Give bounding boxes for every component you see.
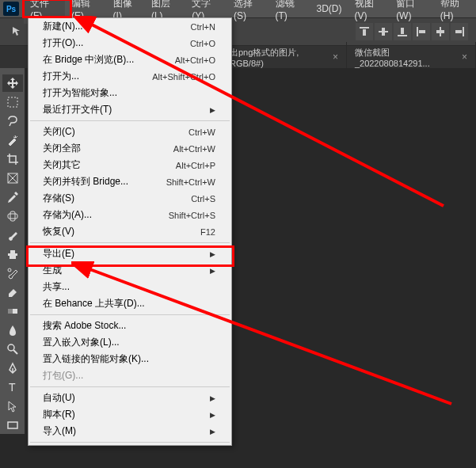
move-tool[interactable] <box>2 74 23 92</box>
shortcut-label: Shift+Ctrl+W <box>166 177 215 187</box>
healing-tool[interactable] <box>2 207 23 225</box>
magic-wand-tool[interactable] <box>2 131 23 149</box>
menu-item-label: 最近打开文件(T) <box>43 103 112 116</box>
menu-item[interactable]: 打开(O)...Ctrl+O <box>29 35 231 51</box>
svg-point-16 <box>8 268 11 272</box>
svg-rect-10 <box>463 27 464 36</box>
menu-item-label: 关闭其它 <box>43 158 81 172</box>
marquee-tool[interactable] <box>2 93 23 111</box>
menu-item[interactable]: 生成▶ <box>29 262 231 279</box>
menu-item-label: 新建(N)... <box>43 20 83 33</box>
brush-tool[interactable] <box>2 226 23 244</box>
path-select-tool[interactable] <box>2 398 23 415</box>
shortcut-label: Ctrl+N <box>191 22 215 32</box>
menu-item[interactable]: 打开为...Alt+Shift+Ctrl+O <box>29 68 231 85</box>
menu-item[interactable]: 存储为(A)...Shift+Ctrl+S <box>29 207 231 223</box>
menu-item-label: 打开为... <box>43 70 79 83</box>
align-bottom-icon[interactable] <box>394 23 411 40</box>
frame-tool[interactable] <box>2 169 23 187</box>
history-brush-tool[interactable] <box>2 264 23 282</box>
svg-rect-15 <box>10 211 15 221</box>
eraser-tool[interactable] <box>2 283 23 301</box>
menu-item[interactable]: 脚本(R)▶ <box>29 406 231 423</box>
gradient-tool[interactable] <box>2 302 23 320</box>
menu-item-label: 关闭并转到 Bridge... <box>43 175 128 188</box>
tab-label: 微信截图_2022080814291... <box>355 47 457 68</box>
menu-选择(S)[interactable]: 选择(S) <box>227 0 269 24</box>
menu-item-label: 导出(E) <box>43 247 74 261</box>
svg-rect-3 <box>382 28 385 36</box>
submenu-arrow-icon: ▶ <box>210 250 215 258</box>
move-tool-icon <box>8 22 27 41</box>
menu-item[interactable]: 关闭并转到 Bridge...Shift+Ctrl+W <box>29 173 231 190</box>
align-right-icon[interactable] <box>451 23 468 40</box>
menu-item-label: 打开为智能对象... <box>43 86 117 100</box>
close-icon[interactable]: × <box>333 51 338 63</box>
eyedropper-tool[interactable] <box>2 188 23 206</box>
menu-item[interactable]: 新建(N)...Ctrl+N <box>29 18 231 35</box>
menu-item[interactable]: 关闭(C)Ctrl+W <box>29 124 231 140</box>
blur-tool[interactable] <box>2 322 23 339</box>
svg-rect-14 <box>8 214 17 219</box>
menu-item[interactable]: 置入嵌入对象(L)... <box>29 334 231 351</box>
submenu-arrow-icon: ▶ <box>210 428 215 436</box>
svg-rect-11 <box>455 30 462 33</box>
menu-视图(V)[interactable]: 视图(V) <box>348 0 390 24</box>
menu-item[interactable]: 打开为智能对象... <box>29 85 231 101</box>
menu-item-label: 打开(O)... <box>43 36 83 50</box>
align-vcenter-icon[interactable] <box>375 23 392 40</box>
menu-item[interactable]: 恢复(V)F12 <box>29 223 231 240</box>
menu-帮助(H)[interactable]: 帮助(H) <box>434 0 476 24</box>
menu-item[interactable]: 共享... <box>29 279 231 295</box>
shortcut-label: Alt+Ctrl+O <box>175 55 215 65</box>
lasso-tool[interactable] <box>2 112 23 130</box>
menu-滤镜(T)[interactable]: 滤镜(T) <box>269 0 310 24</box>
svg-rect-21 <box>8 422 17 428</box>
menu-item-label: 置入嵌入对象(L)... <box>43 336 120 349</box>
menu-item-label: 自动(U) <box>43 391 75 405</box>
menu-item[interactable]: 存储(S)Ctrl+S <box>29 190 231 207</box>
close-icon[interactable]: × <box>462 51 467 63</box>
menu-item[interactable]: 在 Bridge 中浏览(B)...Alt+Ctrl+O <box>29 51 231 68</box>
menu-item[interactable]: 置入链接的智能对象(K)... <box>29 351 231 367</box>
menu-item[interactable]: 导出(E)▶ <box>29 245 231 262</box>
menu-item-label: 生成 <box>43 264 62 277</box>
menu-item[interactable]: 自动(U)▶ <box>29 390 231 406</box>
type-tool[interactable]: T <box>2 379 23 396</box>
photoshop-logo: Ps <box>3 2 19 16</box>
menu-item-label: 关闭全部 <box>43 142 81 155</box>
clone-stamp-tool[interactable] <box>2 245 23 263</box>
svg-point-19 <box>8 344 14 351</box>
menu-item[interactable]: 在 Behance 上共享(D)... <box>29 295 231 312</box>
align-hcenter-icon[interactable] <box>432 23 449 40</box>
svg-rect-0 <box>360 27 369 29</box>
menubar: 文件(F)编辑(E)图像(I)图层(L)文字(Y)选择(S)滤镜(T)3D(D)… <box>0 0 476 17</box>
align-left-icon[interactable] <box>413 23 430 40</box>
pen-tool[interactable] <box>2 360 23 377</box>
menu-separator <box>30 442 230 443</box>
menu-item-label: 打包(G)... <box>43 369 83 382</box>
menu-item[interactable]: 关闭其它Alt+Ctrl+P <box>29 157 231 173</box>
dodge-tool[interactable] <box>2 341 23 358</box>
svg-rect-4 <box>398 35 407 36</box>
menu-item-label: 脚本(R) <box>43 408 75 421</box>
shortcut-label: F12 <box>200 227 215 237</box>
crop-tool[interactable] <box>2 150 23 168</box>
tab-label: 出png格式的图片, RGB/8#) <box>230 47 328 68</box>
svg-rect-12 <box>8 97 17 107</box>
menu-item-label: 存储为(A)... <box>43 208 92 222</box>
menu-separator <box>30 386 230 387</box>
shortcut-label: Alt+Ctrl+P <box>176 161 215 170</box>
menu-item[interactable]: 搜索 Adobe Stock... <box>29 318 231 334</box>
shortcut-label: Shift+Ctrl+S <box>169 211 215 220</box>
align-top-icon[interactable] <box>356 23 373 40</box>
file-menu-dropdown: 新建(N)...Ctrl+N打开(O)...Ctrl+O在 Bridge 中浏览… <box>28 17 232 446</box>
submenu-arrow-icon: ▶ <box>210 267 215 275</box>
menu-item[interactable]: 导入(M)▶ <box>29 423 231 439</box>
menu-3D(D)[interactable]: 3D(D) <box>310 1 348 17</box>
menu-item-label: 置入链接的智能对象(K)... <box>43 352 149 366</box>
rectangle-tool[interactable] <box>2 417 23 434</box>
menu-item[interactable]: 最近打开文件(T)▶ <box>29 101 231 118</box>
menu-item[interactable]: 关闭全部Alt+Ctrl+W <box>29 140 231 157</box>
menu-窗口(W)[interactable]: 窗口(W) <box>390 0 434 24</box>
